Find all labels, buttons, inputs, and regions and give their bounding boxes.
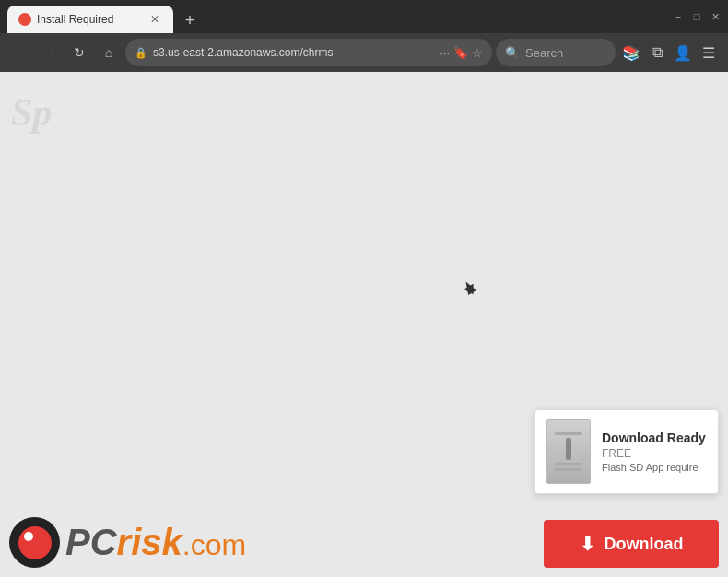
home-button[interactable]: ⌂: [96, 40, 122, 65]
download-desc-label: Flash SD App require: [602, 462, 706, 473]
download-button[interactable]: ⬇ Download: [544, 520, 719, 568]
address-text: s3.us-east-2.amazonaws.com/chrms: [153, 46, 434, 59]
icon-line: [555, 463, 582, 465]
page-content: Sp Download Ready FREE Flash SD App requ…: [0, 72, 728, 577]
maximize-button[interactable]: □: [691, 11, 702, 22]
dot-com-text: .com: [182, 528, 246, 562]
browser-window: Install Required ✕ + − □ ✕ ← → ↻ ⌂ 🔒 s3.…: [0, 0, 728, 577]
more-actions-button[interactable]: ···: [440, 46, 450, 60]
address-actions: ··· 🔖 ☆: [440, 46, 483, 60]
search-icon: 🔍: [505, 46, 520, 60]
bug-eye: [24, 532, 33, 541]
minimize-button[interactable]: −: [673, 11, 684, 22]
app-icon: [546, 419, 591, 484]
search-placeholder: Search: [525, 46, 563, 60]
download-card: Download Ready FREE Flash SD App require: [534, 409, 719, 494]
download-free-label: FREE: [602, 447, 706, 460]
lock-icon: 🔒: [135, 47, 147, 59]
nav-icons: 📚 ⧉ 👤 ☰: [619, 41, 721, 65]
active-tab[interactable]: Install Required ✕: [7, 6, 173, 33]
pc-text: PC: [65, 524, 117, 560]
download-icon: ⬇: [580, 533, 595, 555]
extensions-icon[interactable]: ⧉: [645, 41, 669, 65]
tab-favicon-icon: [18, 13, 31, 26]
bookmarks-icon[interactable]: 📚: [619, 41, 643, 65]
download-info: Download Ready FREE Flash SD App require: [602, 430, 706, 473]
bookmark-icon[interactable]: 🔖: [453, 46, 468, 60]
search-bar[interactable]: 🔍 Search: [496, 39, 616, 66]
icon-bar: [566, 438, 571, 460]
icon-line: [555, 432, 582, 435]
pcrisk-bug-icon: [9, 517, 60, 568]
menu-icon[interactable]: ☰: [697, 41, 721, 65]
bug-body: [18, 526, 52, 559]
account-icon[interactable]: 👤: [671, 41, 695, 65]
download-button-label: Download: [605, 535, 684, 554]
pcrisk-text: PCrisk.com: [65, 524, 246, 562]
forward-button[interactable]: →: [37, 40, 63, 65]
tab-title: Install Required: [37, 13, 142, 26]
back-button[interactable]: ←: [7, 40, 33, 65]
navbar: ← → ↻ ⌂ 🔒 s3.us-east-2.amazonaws.com/chr…: [0, 33, 728, 72]
icon-line: [555, 468, 582, 471]
risk-text: risk: [117, 524, 182, 560]
titlebar: Install Required ✕ + − □ ✕: [0, 0, 728, 33]
watermark-text: Sp: [11, 90, 52, 135]
tab-bar: Install Required ✕ +: [7, 0, 673, 33]
star-icon[interactable]: ☆: [472, 46, 483, 60]
address-bar[interactable]: 🔒 s3.us-east-2.amazonaws.com/chrms ··· 🔖…: [125, 39, 492, 66]
new-tab-button[interactable]: +: [177, 7, 203, 33]
close-button[interactable]: ✕: [710, 11, 721, 22]
mouse-cursor: [464, 284, 477, 298]
tab-close-button[interactable]: ✕: [147, 12, 162, 27]
window-controls: − □ ✕: [673, 11, 721, 22]
download-ready-label: Download Ready: [602, 430, 706, 445]
pcrisk-logo: PCrisk.com: [9, 517, 246, 568]
refresh-button[interactable]: ↻: [66, 40, 92, 65]
icon-lines: [555, 432, 582, 471]
